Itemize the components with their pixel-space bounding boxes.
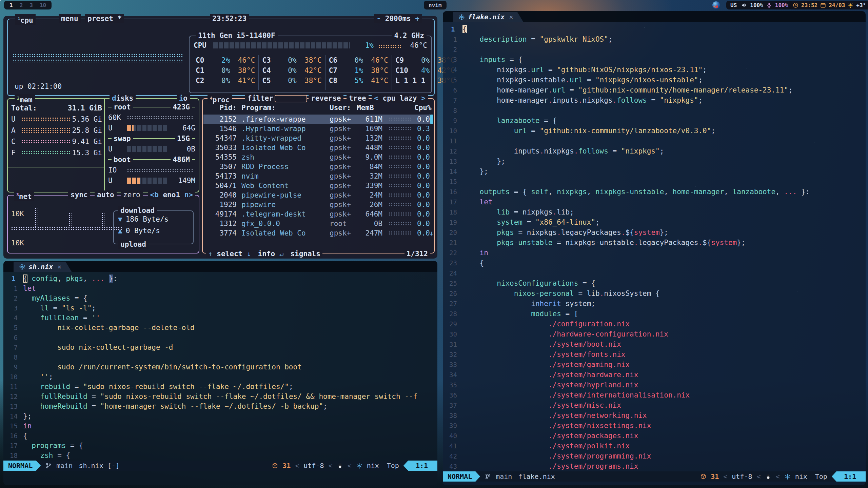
code-text: inputs = { bbox=[462, 55, 866, 65]
info-hint[interactable]: info ↵ bbox=[258, 250, 283, 258]
process-row[interactable]: 54355zshgpsk+9.0M0.0 bbox=[203, 152, 433, 162]
workspace-button-3[interactable]: 3 bbox=[29, 2, 33, 8]
code-text: nixpkgs.url = "github:NixOS/nixpkgs/nixo… bbox=[462, 65, 866, 75]
disk-used-value: 0B bbox=[170, 145, 195, 153]
code-line: 42 ./system/programming.nix bbox=[443, 451, 866, 461]
process-cpu-graph bbox=[389, 212, 412, 216]
volume-level[interactable]: 100% bbox=[750, 2, 763, 8]
process-row[interactable]: 49174.telegram-desktgpsk+646M0.0 bbox=[203, 209, 433, 219]
net-interface[interactable]: <b eno1 n> bbox=[148, 190, 195, 199]
process-row[interactable]: 3507RDD Processgpsk+84M0.0 bbox=[203, 162, 433, 171]
process-scrollbar[interactable] bbox=[430, 115, 433, 124]
core-temp: 38°C bbox=[363, 66, 388, 75]
cpu-panel-title[interactable]: 1cpu bbox=[15, 14, 36, 25]
process-row[interactable]: 1312gfx_0.0.0root0B0.0 bbox=[203, 219, 433, 228]
code-text: ./system/hyprland.nix bbox=[462, 380, 866, 390]
cpu-core: C20%41°C bbox=[196, 76, 255, 86]
editor-window-flake-nix: flake.nix × 1{1 description = "gpskwlkr … bbox=[443, 11, 866, 485]
filter-button[interactable]: filter bbox=[245, 94, 276, 103]
sort-selector: < cpu lazy > bbox=[372, 94, 428, 103]
filter-input[interactable] bbox=[275, 95, 307, 102]
process-row[interactable]: 3774Isolated Web Cogpsk+247M0.0↓ bbox=[203, 228, 433, 238]
tab-close-icon[interactable]: × bbox=[57, 263, 61, 271]
workspace-button-1[interactable]: 1 bbox=[9, 2, 13, 8]
process-panel-title[interactable]: 4proc bbox=[208, 94, 232, 104]
disk-io-label: IO bbox=[108, 166, 127, 174]
uptime: up 02:21:00 bbox=[15, 82, 62, 90]
menu-button[interactable]: menu bbox=[59, 14, 81, 23]
microphone-icon[interactable] bbox=[766, 2, 772, 8]
code-line: 3 ll = "ls -l"; bbox=[3, 303, 437, 313]
git-branch-icon bbox=[45, 463, 52, 469]
process-panel: 4proc filter reverse tree < cpu lazy > P… bbox=[202, 98, 435, 253]
code-text: ./system/polkit.nix bbox=[462, 441, 866, 451]
browser-icon[interactable] bbox=[712, 1, 720, 9]
line-number: 1 bbox=[3, 274, 23, 284]
code-text: ./system/programs.nix bbox=[462, 461, 866, 471]
clock-date[interactable]: 24/03 bbox=[829, 2, 845, 8]
workspace-button-2[interactable]: 2 bbox=[20, 2, 23, 8]
process-pid: 1312 bbox=[207, 220, 237, 228]
process-user: gpsk+ bbox=[330, 115, 357, 123]
process-row[interactable]: 1546.Hyprland-wrappgpsk+169M0.3 bbox=[203, 124, 433, 134]
select-hint[interactable]: ↑ select ↓ bbox=[208, 250, 251, 258]
clock-time[interactable]: 23:52 bbox=[801, 2, 817, 8]
mem-rows: U5.36 GiA25.8 GiC9.41 GiF15.3 Gi bbox=[11, 114, 102, 158]
line-number: 15 bbox=[443, 177, 462, 187]
line-number: 34 bbox=[443, 370, 462, 380]
disk-name: boot bbox=[114, 156, 131, 164]
process-row[interactable]: 54173nvimgpsk+32M0.0 bbox=[203, 171, 433, 181]
line-number: 18 bbox=[3, 451, 23, 461]
microphone-level[interactable]: 100% bbox=[775, 2, 788, 8]
code-line: 5 nixpkgs-unstable.url = "nixpkgs/nixos-… bbox=[443, 75, 866, 85]
process-footer: ↑ select ↓ info ↵ signals bbox=[206, 250, 322, 258]
cpu-core: C60%46°C bbox=[329, 55, 388, 65]
process-row[interactable]: 2152.firefox-wrappegpsk+611M0.0 bbox=[203, 115, 433, 124]
line-number: 14 bbox=[443, 166, 462, 177]
code-text bbox=[462, 177, 866, 187]
code-line: 2 myAliases = { bbox=[3, 293, 437, 303]
tree-button[interactable]: tree bbox=[347, 94, 369, 103]
signals-hint[interactable]: signals bbox=[290, 250, 320, 258]
process-row[interactable]: 1929pipewiregpsk+26M0.0 bbox=[203, 200, 433, 209]
line-number: 32 bbox=[443, 349, 462, 360]
weather-temperature[interactable]: +3° bbox=[856, 2, 866, 8]
line-number: 43 bbox=[443, 461, 462, 471]
sort-next[interactable]: > bbox=[421, 94, 426, 102]
process-row[interactable]: 2040pipewire-pulsegpsk+24M0.0 bbox=[203, 190, 433, 200]
line-number: 15 bbox=[3, 421, 23, 431]
cpu-panel: 1cpu menu preset * 23:52:23 - 2000ms + u… bbox=[7, 19, 435, 96]
tabline: sh.nix × bbox=[3, 261, 437, 272]
sort-prev[interactable]: < bbox=[374, 94, 378, 102]
process-row[interactable]: 35033Isolated Web Cogpsk+448M0.0 bbox=[203, 143, 433, 152]
code-text: }; bbox=[23, 411, 437, 421]
tab-close-icon[interactable]: × bbox=[509, 13, 513, 21]
keyboard-layout[interactable]: US bbox=[730, 2, 737, 8]
network-panel-title[interactable]: 3net bbox=[14, 190, 34, 201]
process-row[interactable]: 50471Web Contentgpsk+339M0.0 bbox=[203, 181, 433, 190]
code-line: 4 nixpkgs.url = "github:NixOS/nixpkgs/ni… bbox=[443, 65, 866, 75]
net-zero-button[interactable]: zero bbox=[121, 190, 143, 199]
tab-flake-nix[interactable]: flake.nix × bbox=[453, 12, 523, 22]
volume-icon[interactable] bbox=[741, 2, 747, 8]
preset-button[interactable]: preset * bbox=[85, 14, 124, 23]
line-number: 8 bbox=[443, 105, 462, 116]
code-text: inherit system; bbox=[462, 299, 866, 309]
net-sync-button[interactable]: sync bbox=[68, 190, 90, 199]
process-row[interactable]: 54347.kitty-wrappedgpsk+132M0.0 bbox=[203, 134, 433, 143]
workspace-button-10[interactable]: 10 bbox=[40, 2, 46, 8]
line-number: 5 bbox=[443, 75, 462, 85]
core-name: C3 bbox=[262, 56, 288, 64]
upload-speed: 0 Byte/s bbox=[126, 227, 160, 235]
code-text: { bbox=[462, 24, 866, 34]
code-text: nix-collect-garbage --delete-old bbox=[23, 323, 437, 333]
interval-increase[interactable]: + bbox=[415, 15, 419, 23]
net-auto-button[interactable]: auto bbox=[95, 190, 117, 199]
disk-used-meter bbox=[127, 146, 167, 152]
interval-decrease[interactable]: - bbox=[377, 15, 381, 23]
disk-used-value: 149M bbox=[170, 177, 195, 185]
tab-sh-nix[interactable]: sh.nix × bbox=[14, 262, 72, 272]
reverse-button[interactable]: reverse bbox=[309, 94, 343, 103]
core-temp: 41°C bbox=[230, 77, 255, 85]
code-line: 18 lib = nixpkgs.lib; bbox=[443, 207, 866, 217]
